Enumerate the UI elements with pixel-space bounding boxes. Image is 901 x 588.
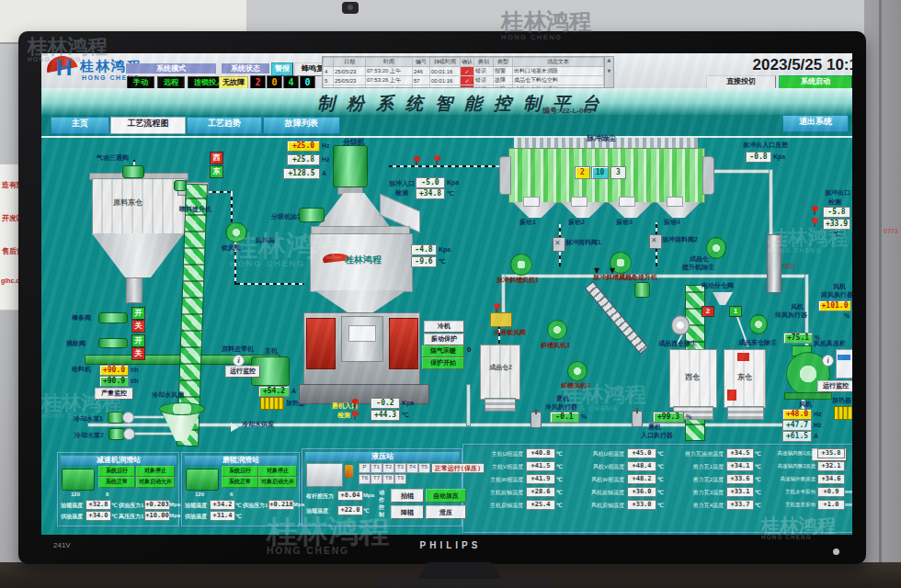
p1-sys-run[interactable]: 系统运行 bbox=[98, 466, 135, 477]
alarm-scrollbar[interactable]: ▲▼ bbox=[604, 57, 613, 87]
mill-inlet-label2: 检测 bbox=[337, 412, 350, 419]
divert-valve-icon[interactable] bbox=[713, 292, 733, 305]
fan-ret-act-unit: % bbox=[844, 312, 850, 319]
direct-switch-button[interactable]: 直接投切 bbox=[706, 75, 776, 89]
lock-valve-fan-icon[interactable] bbox=[225, 222, 247, 243]
info-icon[interactable]: i bbox=[822, 355, 834, 367]
east-select-button[interactable]: 东 bbox=[210, 165, 223, 178]
p2-r3-value: +31.4 bbox=[210, 511, 235, 521]
exit-system-button[interactable]: 退出系统 bbox=[782, 115, 849, 132]
slide-valve-open[interactable]: 开 bbox=[131, 334, 145, 347]
raise-roller-button[interactable]: 抬辊 bbox=[391, 489, 424, 503]
cold-machine-indicator[interactable]: 冷机 bbox=[424, 321, 464, 333]
bar-valve-close[interactable]: 关 bbox=[131, 320, 145, 333]
tab-process-flow[interactable]: 工艺流程图 bbox=[110, 117, 186, 134]
p1-r4-label: 高压压力1 bbox=[119, 513, 143, 521]
mill-inlet-act-value: +99.3 bbox=[653, 412, 684, 423]
temp-unit: mm/s bbox=[845, 489, 852, 494]
p1-r4-unit: Mpa bbox=[169, 513, 180, 518]
east-silo-dust-label: 成品东仓除尘 bbox=[738, 339, 777, 346]
remote-button[interactable]: 远程 bbox=[157, 76, 185, 89]
slide-valve-icon[interactable] bbox=[98, 338, 128, 348]
p1-r2-unit: Mpa bbox=[169, 502, 180, 507]
auto-pressurize-button[interactable]: 自动加压 bbox=[426, 489, 466, 503]
classifier-motor-icon[interactable] bbox=[333, 145, 368, 187]
p1-sys-normal[interactable]: 系统正常 bbox=[98, 477, 135, 488]
temp-label: 主机V相温度 bbox=[466, 463, 523, 471]
baghouse-right-cap bbox=[702, 156, 714, 195]
p3-r1-value: +8.04 bbox=[337, 491, 363, 501]
bar-valve-open[interactable]: 开 bbox=[131, 307, 145, 320]
tab-trend[interactable]: 工艺趋势 bbox=[187, 117, 262, 134]
monitor-brand: PHILIPS bbox=[0, 540, 901, 550]
east-silo-dust-fan[interactable] bbox=[749, 314, 768, 334]
lower-roller-button[interactable]: 降辊 bbox=[391, 505, 424, 519]
temp-label: 主机水平振动 bbox=[764, 489, 815, 495]
flow-line bbox=[205, 191, 233, 193]
mill-lower-cone bbox=[314, 290, 406, 312]
run-monitor-button[interactable]: 运行监控 bbox=[225, 366, 260, 378]
chute-fan3-icon[interactable] bbox=[547, 320, 567, 340]
bar-valve-icon[interactable] bbox=[98, 312, 128, 323]
p2-obj-stop[interactable]: 对象停止 bbox=[258, 466, 297, 477]
p1-obj-stop[interactable]: 对象停止 bbox=[136, 466, 175, 477]
mill-pressure-unit: Kpa bbox=[439, 246, 450, 253]
product-elevator-dust-fan[interactable] bbox=[706, 237, 726, 259]
east-silo-label: 东仓 bbox=[737, 373, 752, 381]
temp-value: +34.5 bbox=[726, 448, 754, 458]
classifier-hz-unit: Hz bbox=[322, 156, 330, 163]
p1-r1-label: 油箱温度 bbox=[61, 502, 83, 510]
p2-sys-run[interactable]: 系统运行 bbox=[222, 466, 258, 477]
west-select-button[interactable]: 西 bbox=[210, 152, 223, 164]
vibrator-icon bbox=[619, 197, 635, 207]
pressure-release-button[interactable]: 泄压 bbox=[426, 505, 466, 519]
manual-button[interactable]: 手动 bbox=[127, 76, 154, 89]
temp-unit: ℃ bbox=[556, 476, 563, 482]
pulse-inlet-pressure: -5.0 bbox=[416, 177, 445, 188]
protect-start-button[interactable]: 保护开始 bbox=[422, 357, 464, 369]
alarm-table[interactable]: 日期 时间 编号 持续时间 确认 类别 类型 消息文本 425/05/23 07… bbox=[322, 56, 614, 88]
temp-unit: ℃ bbox=[755, 463, 761, 469]
vibration-protect-indicator[interactable]: 振动保护 bbox=[424, 334, 464, 345]
bar-valve-label: 棒条阀 bbox=[72, 314, 91, 322]
outlet-valve-label: 出磨锁风阀 bbox=[494, 329, 526, 336]
pulse-return-valve2-icon[interactable] bbox=[649, 234, 662, 249]
three-way-valve-icon[interactable] bbox=[122, 165, 144, 178]
tab-home[interactable]: 主页 bbox=[51, 117, 109, 134]
outlet-valve-icon[interactable] bbox=[490, 312, 512, 327]
alarm-row[interactable]: 525/05/23 07:53:26 上午57 00:01:16✓ 错误故障 成… bbox=[324, 76, 604, 85]
pulse-return-valve1-icon[interactable] bbox=[553, 237, 565, 252]
alarm-button[interactable]: 警报 bbox=[271, 62, 293, 76]
chute-fan4-icon[interactable] bbox=[567, 361, 587, 381]
main-drive-label: 主机 bbox=[265, 347, 278, 355]
temp-unit: ℃ bbox=[556, 489, 563, 495]
step-t6: T6 bbox=[359, 474, 371, 484]
butterfly-valve-icon[interactable] bbox=[530, 412, 542, 428]
classifier-pump-icon[interactable] bbox=[299, 208, 325, 222]
valve-actuator-icon bbox=[494, 303, 500, 312]
p2-sys-normal[interactable]: 系统正常 bbox=[222, 477, 258, 488]
system-start-button[interactable]: 系统启动 bbox=[779, 75, 852, 89]
product-silo2[interactable] bbox=[480, 345, 520, 400]
p1-r3-unit: ℃ bbox=[111, 513, 118, 519]
product-elevator-label: 成品仓提升机 bbox=[619, 274, 657, 281]
three-way-valve-label: 气动三通阀 bbox=[97, 154, 129, 162]
slide-valve-close[interactable]: 关 bbox=[131, 347, 145, 360]
alarm-row[interactable]: 425/05/23 07:53:20 上午246 00:01:16✓ 错误报警 … bbox=[324, 67, 604, 76]
door-frame bbox=[879, 0, 882, 562]
gas-heating-button[interactable]: 煤气采暖 bbox=[422, 345, 464, 357]
butterfly-valve-icon[interactable] bbox=[632, 411, 643, 427]
step-t2: T2 bbox=[382, 463, 394, 473]
pulse-chute-fan1-icon[interactable] bbox=[510, 254, 532, 276]
p2-r1-label: 油箱温度 bbox=[185, 502, 207, 510]
p1-obj-allow[interactable]: 对象启动允许 bbox=[136, 477, 175, 488]
tab-fault-list[interactable]: 故障列表 bbox=[263, 117, 340, 134]
hv-run-monitor-button[interactable]: 运行监控 bbox=[817, 380, 852, 392]
vibrator4-label: 振动4 bbox=[664, 219, 680, 226]
yield-monitor-button[interactable]: 产量监控 bbox=[95, 388, 133, 400]
p2-obj-allow[interactable]: 对象启动允许 bbox=[258, 477, 297, 488]
hv-cabinet-icon[interactable] bbox=[836, 349, 852, 379]
west-silo-dust-fan[interactable] bbox=[671, 315, 690, 335]
fan-exh-act-label1: 风机 bbox=[791, 303, 804, 311]
mill-cold-act-value: -0.1 bbox=[550, 412, 579, 423]
